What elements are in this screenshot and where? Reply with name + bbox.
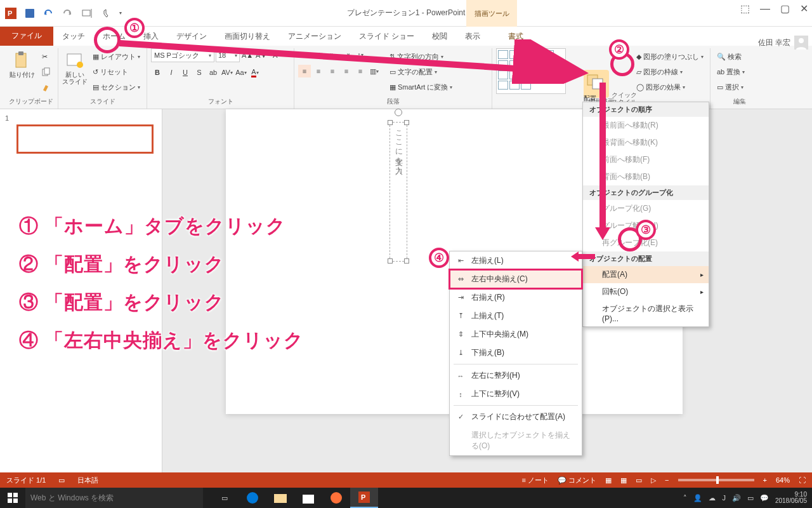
save-icon[interactable] (24, 8, 36, 19)
sorter-view-button[interactable]: ▦ (620, 476, 627, 485)
align-to-slide-item[interactable]: ✓スライドに合わせて配置(A) (450, 408, 582, 426)
tray-ime-icon[interactable]: J (722, 494, 726, 502)
svg-point-11 (77, 62, 83, 68)
annotation-arrow-3 (571, 250, 596, 263)
step-badge-1: ① (124, 18, 145, 38)
tray-action-center-icon[interactable]: 💬 (760, 494, 769, 502)
tab-touch[interactable]: タッチ (53, 27, 94, 46)
start-button[interactable] (0, 488, 25, 508)
svg-point-24 (331, 492, 342, 504)
select-button[interactable]: ▭ 選択 ▾ (714, 80, 747, 94)
resize-handle[interactable] (404, 120, 409, 125)
powerpoint-taskbar-icon[interactable]: P (350, 488, 378, 508)
windows-taskbar: Web と Windows を検索 ▭ P ˄ 👤 ☁ J 🔊 ▭ 💬 9:10… (0, 488, 812, 508)
text-placeholder[interactable]: ここに文字を入力 (390, 122, 407, 262)
store-icon[interactable] (294, 488, 322, 508)
svg-rect-18 (13, 493, 18, 497)
zoom-in-button[interactable]: + (763, 476, 767, 484)
align-middle-item[interactable]: ⇕上下中央揃え(M) (450, 325, 582, 344)
comments-button[interactable]: 💬 コメント (558, 476, 596, 485)
user-account[interactable]: 佐田 幸宏 (758, 36, 808, 50)
align-selected-objects-item[interactable]: 選択したオブジェクトを揃える(O) (450, 426, 582, 455)
maximize-icon[interactable]: ▢ (780, 3, 790, 15)
align-right-item[interactable]: ⇥右揃え(R) (450, 288, 582, 307)
distribute-horizontally-item[interactable]: ↔左右に整列(H) (450, 366, 582, 385)
window-title: プレゼンテーション1 - PowerPoint (347, 8, 466, 18)
align-top-item[interactable]: ⤒上揃え(T) (450, 307, 582, 325)
taskbar-search[interactable]: Web と Windows を検索 (25, 488, 203, 508)
user-name: 佐田 幸宏 (758, 37, 790, 48)
resize-handle[interactable] (404, 258, 409, 264)
spellcheck-icon[interactable]: ▭ (58, 476, 65, 485)
svg-rect-19 (8, 498, 12, 503)
start-from-beginning-icon[interactable] (81, 8, 93, 19)
align-left-item[interactable]: ⇤左揃え(L) (450, 251, 582, 270)
paste-icon (13, 51, 32, 70)
slide-thumbnail-1[interactable] (16, 124, 154, 154)
replace-button[interactable]: ab 置換 ▾ (714, 65, 747, 79)
distribute-vertically-item[interactable]: ↕上下に整列(V) (450, 385, 582, 403)
context-tab-label: 描画ツール (466, 0, 517, 27)
qat-more-icon[interactable]: ▾ (119, 10, 122, 16)
copy-button[interactable] (39, 65, 53, 79)
paste-button[interactable]: 貼り付け (8, 48, 37, 78)
slideshow-view-button[interactable]: ▷ (651, 476, 656, 485)
svg-rect-9 (44, 68, 49, 74)
ribbon-options-icon[interactable]: ⬚ (740, 3, 750, 15)
taskbar-clock[interactable]: 9:102018/06/05 (775, 491, 807, 505)
svg-rect-7 (18, 51, 23, 55)
fit-to-window-button[interactable]: ⛶ (799, 476, 806, 484)
annotation-circle-1 (94, 27, 121, 53)
edge-icon[interactable] (239, 488, 266, 508)
close-icon[interactable]: ✕ (800, 3, 808, 15)
svg-rect-22 (274, 494, 287, 503)
quick-access-toolbar: P ▾ (0, 0, 122, 26)
zoom-slider[interactable] (678, 479, 754, 481)
instruction-text-3: ③ 「配置」をクリック (19, 290, 225, 316)
annotation-arrow-2 (595, 83, 614, 241)
minimize-icon[interactable]: — (760, 3, 770, 15)
brush-icon (42, 83, 51, 91)
normal-view-button[interactable]: ▦ (605, 476, 612, 485)
notes-button[interactable]: ≡ ノート (522, 476, 549, 485)
redo-icon[interactable] (62, 8, 74, 19)
firefox-icon[interactable] (322, 488, 350, 508)
reading-view-button[interactable]: ▭ (636, 476, 642, 485)
rotate-handle[interactable] (395, 109, 402, 116)
powerpoint-icon[interactable]: P (5, 8, 16, 19)
new-slide-icon (65, 51, 84, 70)
zoom-out-button[interactable]: − (665, 476, 669, 484)
align-bottom-item[interactable]: ⤓下揃え(B) (450, 344, 582, 362)
svg-rect-3 (82, 10, 90, 16)
find-button[interactable]: 🔍 検索 (714, 50, 747, 64)
tray-onedrive-icon[interactable]: ☁ (709, 494, 716, 502)
svg-rect-17 (8, 493, 12, 497)
shape-effects-button[interactable]: ◯ 図形の効果 ▾ (634, 80, 706, 94)
new-slide-button[interactable]: 新しい スライド (62, 48, 88, 85)
format-painter-button[interactable] (39, 80, 53, 94)
explorer-icon[interactable] (266, 488, 294, 508)
touch-mode-icon[interactable] (100, 8, 112, 19)
language-label[interactable]: 日本語 (77, 476, 98, 485)
resize-handle[interactable] (388, 258, 393, 264)
shape-outline-button[interactable]: ▱ 図形の枠線 ▾ (634, 65, 706, 79)
shape-fill-button[interactable]: ◆ 図形の塗りつぶし ▾ (634, 50, 706, 64)
step-badge-4: ④ (429, 248, 449, 268)
zoom-percent[interactable]: 64% (776, 476, 790, 484)
cut-button[interactable]: ✂ (39, 50, 53, 64)
tray-network-icon[interactable]: ▭ (747, 494, 754, 502)
tray-chevron-icon[interactable]: ˄ (683, 494, 687, 502)
align-submenu: ⇤左揃え(L) ⇔左右中央揃え(C) ⇥右揃え(R) ⤒上揃え(T) ⇕上下中央… (449, 251, 582, 456)
resize-handle[interactable] (388, 120, 393, 125)
tray-volume-icon[interactable]: 🔊 (732, 494, 741, 502)
tab-file[interactable]: ファイル (0, 26, 53, 46)
svg-text:P: P (361, 493, 365, 501)
align-submenu-item[interactable]: 配置(A)▸ (583, 266, 709, 283)
selection-pane-item[interactable]: オブジェクトの選択と表示(P)... (583, 300, 709, 326)
rotate-submenu-item[interactable]: 回転(O)▸ (583, 283, 709, 300)
undo-icon[interactable] (43, 8, 55, 19)
task-view-button[interactable]: ▭ (211, 488, 239, 508)
tray-people-icon[interactable]: 👤 (693, 494, 702, 502)
align-center-horizontal-item[interactable]: ⇔左右中央揃え(C) (450, 270, 582, 288)
group-editing: 🔍 検索 ab 置換 ▾ ▭ 選択 ▾ 編集 (710, 48, 769, 109)
